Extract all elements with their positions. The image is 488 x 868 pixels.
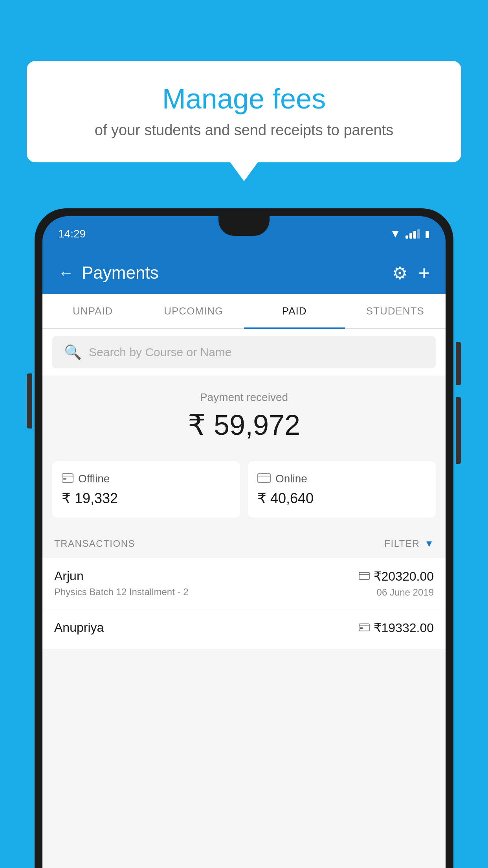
offline-card-header: Offline <box>62 472 231 485</box>
filter-container[interactable]: FILTER ▼ <box>384 538 434 549</box>
speech-bubble: Manage fees of your students and send re… <box>27 61 461 162</box>
offline-icon <box>62 472 73 485</box>
volume-button <box>27 373 32 428</box>
online-payment-card: Online ₹ 40,640 <box>248 461 436 518</box>
payment-received-label: Payment received <box>54 391 434 404</box>
status-icons: ▼ ▮ <box>390 228 430 240</box>
svg-rect-5 <box>359 572 369 579</box>
header-right: ⚙ + <box>392 261 430 284</box>
add-button[interactable]: + <box>418 261 430 284</box>
app-header: ← Payments ⚙ + <box>42 252 446 294</box>
offline-label: Offline <box>78 473 110 485</box>
transaction-date: 06 June 2019 <box>359 587 434 598</box>
search-bar-container: 🔍 Search by Course or Name <box>42 329 446 375</box>
payment-total-amount: ₹ 59,972 <box>54 408 434 441</box>
online-amount: ₹ 40,640 <box>257 490 426 507</box>
transaction-detail: Physics Batch 12 Installment - 2 <box>54 587 359 598</box>
signal-icon <box>405 229 420 239</box>
tab-students[interactable]: STUDENTS <box>345 294 446 328</box>
tab-upcoming[interactable]: UPCOMING <box>143 294 244 328</box>
back-button[interactable]: ← <box>58 264 74 282</box>
settings-icon[interactable]: ⚙ <box>392 263 407 283</box>
transaction-left: Arjun Physics Batch 12 Installment - 2 <box>54 569 359 598</box>
battery-icon: ▮ <box>425 228 430 239</box>
transaction-right-2: ₹19332.00 <box>359 620 434 638</box>
svg-rect-9 <box>360 627 363 629</box>
offline-amount: ₹ 19,332 <box>62 490 231 507</box>
transactions-label: TRANSACTIONS <box>54 538 135 549</box>
transaction-name: Arjun <box>54 569 359 583</box>
transaction-amount: ₹20320.00 <box>374 569 434 584</box>
bubble-subtitle: of your students and send receipts to pa… <box>50 122 438 139</box>
search-icon: 🔍 <box>64 344 82 360</box>
online-label: Online <box>275 473 307 485</box>
payment-cards: Offline ₹ 19,332 Online ₹ <box>42 453 446 530</box>
tab-paid[interactable]: PAID <box>244 294 345 328</box>
svg-rect-2 <box>63 478 66 480</box>
volume-button-right <box>456 397 461 464</box>
transaction-amount-2: ₹19332.00 <box>374 620 434 635</box>
search-input[interactable]: Search by Course or Name <box>89 346 232 359</box>
online-card-header: Online <box>257 472 426 485</box>
bubble-title: Manage fees <box>50 83 438 115</box>
wifi-icon: ▼ <box>390 228 401 240</box>
transaction-amount-row: ₹20320.00 <box>359 569 434 584</box>
tab-unpaid[interactable]: UNPAID <box>42 294 143 328</box>
transactions-header: TRANSACTIONS FILTER ▼ <box>42 530 446 558</box>
transaction-right: ₹20320.00 06 June 2019 <box>359 569 434 598</box>
status-time: 14:29 <box>58 228 86 240</box>
offline-payment-card: Offline ₹ 19,332 <box>52 461 240 518</box>
offline-payment-icon <box>359 622 370 634</box>
payment-summary: Payment received ₹ 59,972 <box>42 375 446 453</box>
transaction-amount-row-2: ₹19332.00 <box>359 620 434 635</box>
header-left: ← Payments <box>58 263 159 283</box>
power-button <box>456 342 461 385</box>
online-icon <box>257 472 271 485</box>
table-row[interactable]: Arjun Physics Batch 12 Installment - 2 ₹… <box>42 558 446 609</box>
phone-frame: 14:29 ▼ ▮ ← Payments ⚙ + <box>35 208 453 868</box>
filter-label: FILTER <box>384 538 420 549</box>
phone-inner: 14:29 ▼ ▮ ← Payments ⚙ + <box>42 216 446 868</box>
search-bar[interactable]: 🔍 Search by Course or Name <box>52 336 436 368</box>
online-payment-icon <box>359 570 370 583</box>
table-row[interactable]: Anupriya ₹19332.00 <box>42 609 446 650</box>
page-title: Payments <box>82 263 159 283</box>
filter-icon: ▼ <box>424 538 434 549</box>
tabs-container: UNPAID UPCOMING PAID STUDENTS <box>42 294 446 329</box>
notch <box>218 216 270 236</box>
speech-bubble-container: Manage fees of your students and send re… <box>27 61 461 162</box>
status-bar: 14:29 ▼ ▮ <box>42 216 446 252</box>
svg-rect-3 <box>258 474 270 482</box>
app-content: 🔍 Search by Course or Name Payment recei… <box>42 329 446 868</box>
transaction-name-2: Anupriya <box>54 620 359 635</box>
transaction-left-2: Anupriya <box>54 620 359 638</box>
